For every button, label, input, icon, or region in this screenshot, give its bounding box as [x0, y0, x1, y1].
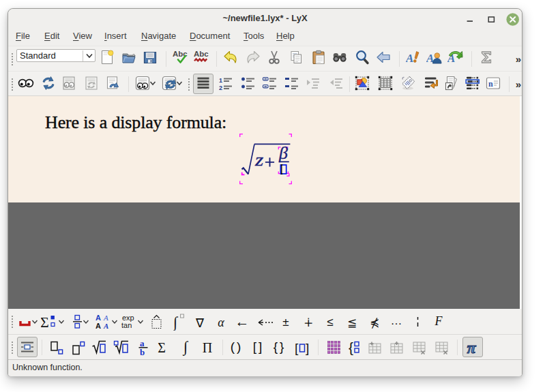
svg-text:]: ] [306, 341, 309, 355]
svg-text:2: 2 [219, 85, 222, 91]
svg-text:β: β [278, 143, 288, 163]
svg-text:tan: tan [121, 321, 132, 329]
svg-text:1: 1 [219, 77, 222, 84]
svg-text:A: A [103, 322, 108, 330]
svg-text:∫: ∫ [173, 314, 179, 331]
svg-text:A: A [95, 322, 101, 330]
svg-text:π: π [467, 340, 477, 356]
svg-text:z: z [254, 150, 264, 170]
svg-text:A: A [406, 52, 413, 65]
svg-text:Σ: Σ [41, 314, 49, 329]
svg-text:n: n [488, 79, 493, 89]
svg-text:A: A [95, 314, 101, 322]
svg-text:[: [ [295, 341, 299, 355]
svg-text:Abc: Abc [194, 50, 209, 58]
svg-text:{: { [349, 340, 353, 355]
svg-text:A: A [103, 314, 108, 322]
svg-text:b: b [140, 347, 145, 356]
